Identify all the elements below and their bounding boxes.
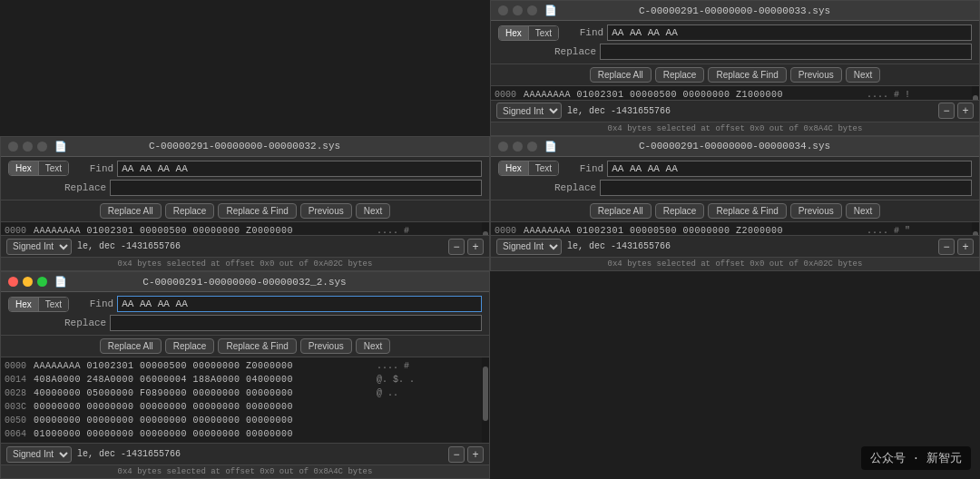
find-input[interactable]: [117, 296, 482, 312]
hex-row: 0000AAAAAAAA 01002301 00000500 00000000 …: [5, 359, 485, 373]
hex-bytes: 00000000 00000000 00000000 00000000 0000…: [34, 414, 373, 427]
hex-button[interactable]: Hex: [9, 298, 39, 311]
replacefind-button[interactable]: Replace & Find: [218, 203, 296, 219]
status-type-select[interactable]: Signed Int: [496, 103, 562, 119]
hex-button[interactable]: Hex: [9, 161, 39, 175]
status-value: -1431655766: [611, 241, 671, 251]
text-button[interactable]: Text: [529, 26, 558, 40]
plus-button[interactable]: +: [467, 446, 484, 463]
replaceall-button[interactable]: Replace All: [590, 203, 652, 219]
find-input[interactable]: [607, 24, 972, 41]
replaceall-button[interactable]: Replace All: [100, 203, 162, 219]
hex-ascii: .... # ": [867, 224, 975, 236]
replace-input[interactable]: [110, 180, 482, 196]
minus-button[interactable]: −: [448, 239, 465, 255]
replace-input[interactable]: [600, 180, 972, 196]
action-buttons-row: Replace AllReplaceReplace & FindPrevious…: [491, 200, 979, 222]
next-button[interactable]: Next: [846, 67, 881, 83]
hex-address: 0000: [495, 224, 520, 236]
hex-text-toggle: HexText: [8, 161, 69, 176]
hex-ascii: @. $. .: [377, 373, 485, 386]
replace-label: Replace: [64, 318, 106, 328]
text-button[interactable]: Text: [39, 298, 68, 311]
titlebar: 📄C-00000291-00000000-00000032_2.sys: [1, 272, 489, 292]
status-buttons: −+: [938, 239, 974, 255]
previous-button[interactable]: Previous: [300, 203, 352, 219]
replacefind-button[interactable]: Replace & Find: [708, 67, 786, 83]
hex-address: 0014: [5, 373, 30, 386]
endian-label: le, dec: [567, 241, 605, 251]
previous-button[interactable]: Previous: [790, 67, 842, 83]
previous-button[interactable]: Previous: [300, 338, 352, 354]
hex-ascii: @ ..: [377, 386, 485, 400]
hex-bytes: AAAAAAAA 01002301 00000500 00000000 Z000…: [34, 224, 373, 236]
hex-row: 0000AAAAAAAA 01002301 00000500 00000000 …: [5, 224, 485, 236]
titlebar: 📄C-00000291-00000000-00000033.sys: [491, 1, 979, 21]
hex-ascii: .... #: [377, 359, 485, 373]
previous-button[interactable]: Previous: [790, 203, 842, 219]
replaceall-button[interactable]: Replace All: [100, 338, 162, 354]
hex-bytes: 00000000 00000000 00000000 00000000 0000…: [34, 400, 373, 414]
endian-label: le, dec: [77, 241, 115, 251]
hex-ascii: [377, 414, 485, 427]
minus-button[interactable]: −: [448, 446, 465, 463]
hex-row: 003C00000000 00000000 00000000 00000000 …: [5, 400, 485, 414]
hex-address: 0000: [5, 224, 30, 236]
window-title: C-00000291-00000000-00000032.sys: [7, 141, 482, 152]
hex-button[interactable]: Hex: [499, 26, 529, 40]
replacefind-button[interactable]: Replace & Find: [708, 203, 786, 219]
replace-button[interactable]: Replace: [165, 203, 215, 219]
toolbar: HexTextFindReplace: [1, 157, 489, 200]
next-button[interactable]: Next: [356, 338, 391, 354]
hex-address: 0064: [5, 427, 30, 441]
plus-button[interactable]: +: [467, 239, 484, 255]
status-type-select[interactable]: Signed Int: [6, 239, 72, 255]
status-type-select[interactable]: Signed Int: [6, 446, 72, 463]
hex-content: 0000AAAAAAAA 01002301 00000500 00000000 …: [491, 222, 979, 236]
hex-text-toggle: HexText: [498, 161, 559, 176]
replace-input[interactable]: [600, 44, 972, 60]
toolbar: HexTextFindReplace: [1, 292, 489, 336]
minus-button[interactable]: −: [938, 239, 955, 255]
find-input[interactable]: [607, 161, 972, 177]
scrollbar[interactable]: [482, 222, 489, 236]
find-label: Find: [73, 298, 113, 309]
hex-address: 0028: [5, 386, 30, 400]
titlebar: 📄C-00000291-00000000-00000034.sys: [491, 137, 979, 157]
window-win3: 📄C-00000291-00000000-00000034.sysHexText…: [490, 136, 980, 272]
scrollbar[interactable]: [482, 357, 489, 443]
replace-input[interactable]: [110, 315, 482, 331]
hex-row: 005000000000 00000000 00000000 00000000 …: [5, 414, 485, 427]
replace-button[interactable]: Replace: [165, 338, 215, 354]
replace-button[interactable]: Replace: [655, 67, 705, 83]
text-button[interactable]: Text: [529, 161, 558, 175]
text-button[interactable]: Text: [39, 161, 68, 175]
statusbar: Signed Intle, dec-1431655766−+: [491, 100, 979, 122]
hex-content: 0000AAAAAAAA 01002301 00000500 00000000 …: [491, 86, 979, 100]
next-button[interactable]: Next: [356, 203, 391, 219]
toolbar: HexTextFindReplace: [491, 21, 979, 64]
status-buttons: −+: [448, 239, 484, 255]
footer-info: 0x4 bytes selected at offset 0x0 out of …: [1, 464, 489, 478]
replacefind-button[interactable]: Replace & Find: [218, 338, 296, 354]
status-type-select[interactable]: Signed Int: [496, 239, 562, 255]
hex-row: 0000AAAAAAAA 01002301 00000500 00000000 …: [495, 88, 975, 100]
scrollbar[interactable]: [972, 222, 979, 236]
hex-bytes: AAAAAAAA 01002301 00000500 00000000 Z100…: [524, 88, 863, 100]
hex-address: 0050: [5, 414, 30, 427]
scrollbar[interactable]: [972, 86, 979, 100]
replaceall-button[interactable]: Replace All: [590, 67, 652, 83]
status-buttons: −+: [938, 103, 974, 119]
hex-text-toggle: HexText: [8, 297, 69, 312]
status-value: -1431655766: [121, 449, 181, 459]
next-button[interactable]: Next: [846, 203, 881, 219]
plus-button[interactable]: +: [957, 239, 974, 255]
scrollbar-thumb: [483, 231, 488, 236]
minus-button[interactable]: −: [938, 103, 955, 119]
hex-row: 0000AAAAAAAA 01002301 00000500 00000000 …: [495, 224, 975, 236]
find-input[interactable]: [117, 161, 482, 177]
replace-button[interactable]: Replace: [655, 203, 705, 219]
plus-button[interactable]: +: [957, 103, 974, 119]
hex-button[interactable]: Hex: [499, 161, 529, 175]
hex-bytes: AAAAAAAA 01002301 00000500 00000000 Z200…: [524, 224, 863, 236]
